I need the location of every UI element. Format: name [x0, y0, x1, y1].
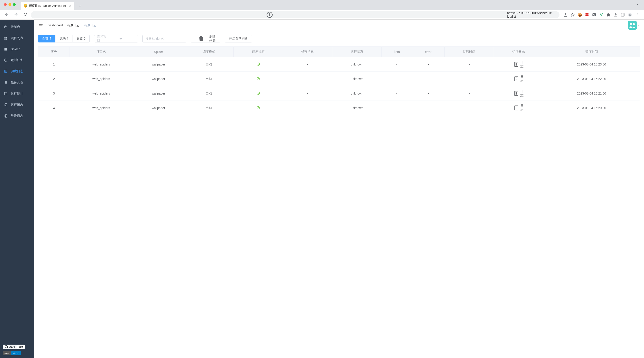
extension-grid-icon[interactable] [585, 13, 589, 17]
table-cell: wallpaper [133, 101, 184, 115]
sidebar-label: 定时任务 [11, 58, 23, 62]
header: Dashboard / 调度日志 / 调度日志 ▾ [34, 20, 644, 31]
table-cell: - [382, 72, 412, 86]
svg-rect-16 [4, 48, 6, 49]
sidebar-item-schedule[interactable]: 定时任务 [0, 54, 34, 66]
log-link[interactable]: 日志 [514, 75, 524, 83]
table-cell: - [444, 57, 494, 72]
filter-fail-button[interactable]: 失败 0 [72, 35, 90, 42]
tab-close-button[interactable]: × [69, 4, 71, 8]
star-icon[interactable] [571, 13, 575, 17]
table-header: 错误消息 [283, 47, 332, 57]
log-link[interactable]: 日志 [514, 60, 524, 68]
table-cell: - [382, 101, 412, 115]
svg-rect-15 [6, 38, 7, 39]
table-cell: 日志 [494, 86, 544, 101]
extension-cookie-icon[interactable]: 🍪 [578, 13, 582, 17]
extension-camera-icon[interactable] [592, 13, 596, 17]
table-row: 2web_spiderswallpaper自动-unknown--- 日志202… [38, 72, 640, 86]
filter-all-button[interactable]: 全部 4 [38, 35, 56, 42]
profile-icon[interactable] [628, 13, 632, 17]
user-menu[interactable]: ▾ [628, 21, 640, 30]
nav-reload-button[interactable] [22, 11, 28, 19]
sidebar-item-runlog[interactable]: 运行日志 [0, 99, 34, 110]
table-cell: web_spiders [70, 57, 133, 72]
table-cell [234, 57, 283, 72]
sidebar-label: 运行统计 [11, 92, 23, 96]
extensions-icon[interactable] [606, 13, 610, 17]
browser-actions: 🍪 [562, 13, 641, 17]
nav-forward-button[interactable] [12, 11, 20, 19]
project-select[interactable]: 选择项目 [94, 35, 138, 42]
table-cell: wallpaper [133, 86, 184, 101]
address-bar[interactable]: http://127.0.0.1:8000/#/schedule-log/lis… [31, 11, 560, 18]
github-stars-badge[interactable]: Stars 359 [3, 345, 25, 349]
svg-rect-12 [4, 37, 6, 38]
table-header: 序号 [38, 47, 70, 57]
sidebar-item-projects[interactable]: 项目列表 [0, 33, 34, 44]
table-cell: web_spiders [70, 101, 133, 115]
table-header: item [382, 47, 412, 57]
sidebar-item-loginlog[interactable]: 登录日志 [0, 110, 34, 122]
table-header: 调度模式 [184, 47, 234, 57]
table-cell: unknown [332, 57, 382, 72]
list-icon [4, 81, 8, 84]
sidebar-item-dashboard[interactable]: 控制台 [0, 21, 34, 33]
extension-vue-icon[interactable] [599, 13, 603, 17]
auto-refresh-button[interactable]: 开启自动刷新 [225, 35, 252, 42]
sidebar-item-jobs[interactable]: 任务列表 [0, 77, 34, 88]
sidebar-item-schedule-log[interactable]: 调度日志 [0, 66, 34, 77]
table-cell: 2 [38, 72, 70, 86]
breadcrumb-item[interactable]: 调度日志 [67, 23, 80, 27]
status-ok-icon [256, 77, 260, 80]
spider-search-input[interactable] [142, 35, 186, 42]
table-cell: - [283, 101, 332, 115]
table-cell: unknown [332, 86, 382, 101]
window-close-button[interactable] [4, 3, 7, 6]
sidepanel-icon[interactable] [621, 13, 625, 17]
table-cell: 2023-08-04 15:20:00 [544, 101, 640, 115]
browser-tab[interactable]: 🐝 调度日志 - Spider Admin Pro × [20, 2, 74, 10]
table-cell: web_spiders [70, 72, 133, 86]
status-ok-icon [256, 91, 260, 95]
new-tab-button[interactable]: + [77, 3, 83, 10]
table-header: error [412, 47, 444, 57]
chart-icon [4, 92, 8, 95]
share-icon[interactable] [564, 13, 568, 17]
nav-bar: http://127.0.0.1:8000/#/schedule-log/lis… [0, 10, 644, 20]
sidebar-menu: 控制台 项目列表 Spider 定时任务 调度日志 任务列表 [0, 20, 34, 342]
table-row: 4web_spiderswallpaper自动-unknown--- 日志202… [38, 101, 640, 115]
trash-icon [195, 35, 207, 42]
sidebar-item-spider[interactable]: Spider [0, 44, 34, 54]
delete-list-button[interactable]: 删除列表 [191, 35, 220, 42]
sidebar-item-stats[interactable]: 运行统计 [0, 88, 34, 99]
table-cell [234, 72, 283, 86]
caret-down-icon: ▾ [638, 24, 640, 27]
log-table: 序号项目名Spider调度模式调度状态错误消息运行状态itemerror持续时间… [38, 46, 640, 115]
breadcrumb-item[interactable]: Dashboard [48, 23, 63, 27]
nav-back-button[interactable] [3, 11, 10, 19]
log-link[interactable]: 日志 [514, 104, 524, 112]
download-icon[interactable] [614, 13, 618, 17]
sidebar-label: 项目列表 [11, 36, 23, 40]
log-link[interactable]: 日志 [514, 89, 524, 97]
sidebar-label: 任务列表 [11, 80, 23, 84]
menu-icon[interactable] [635, 13, 639, 17]
svg-rect-14 [4, 38, 6, 39]
pypi-version-badge[interactable]: pypi v2.0.3 [3, 351, 21, 355]
filter-success-button[interactable]: 成功 4 [55, 35, 73, 42]
svg-rect-3 [586, 15, 587, 16]
table-cell: - [444, 101, 494, 115]
window-minimize-button[interactable] [8, 3, 11, 6]
table-header: 项目名 [70, 47, 133, 57]
tabs-dropdown-icon[interactable] [636, 3, 640, 7]
table-cell: - [412, 101, 444, 115]
table-cell: 2023-08-04 15:22:00 [544, 72, 640, 86]
svg-rect-4 [587, 15, 588, 16]
info-icon [34, 11, 505, 18]
sidebar-toggle-button[interactable] [38, 23, 43, 27]
table-cell: wallpaper [133, 72, 184, 86]
window-maximize-button[interactable] [13, 3, 16, 6]
table-cell: web_spiders [70, 86, 133, 101]
address-url: http://127.0.0.1:8000/#/schedule-log/lis… [507, 11, 556, 18]
